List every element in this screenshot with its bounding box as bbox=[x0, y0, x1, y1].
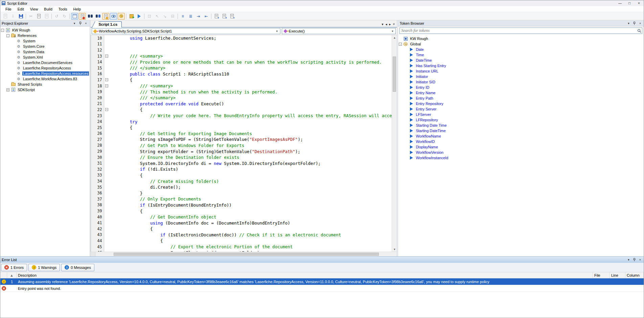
token-item[interactable]: DateTime bbox=[399, 58, 644, 63]
token-item[interactable]: WorkflowVersion bbox=[399, 150, 644, 155]
expander-icon[interactable]: - bbox=[1, 29, 4, 32]
increase-indent-button[interactable]: ⇥ bbox=[195, 13, 202, 20]
code-line[interactable]: 32 if (!di.Exists) bbox=[91, 166, 392, 172]
tree-item[interactable]: +SDKScript bbox=[1, 87, 90, 92]
tree-item[interactable]: ⚙Laserfiche.Workflow.Activities.83 bbox=[1, 76, 90, 82]
vscroll-thumb[interactable] bbox=[393, 57, 396, 92]
collapse-icon[interactable]: − bbox=[105, 78, 108, 81]
vertical-scrollbar[interactable]: ▲ ▼ bbox=[392, 35, 397, 252]
collapse-icon[interactable]: − bbox=[105, 84, 108, 87]
column-header-file[interactable]: File bbox=[593, 272, 610, 278]
close-button[interactable]: × bbox=[634, 0, 644, 6]
comment-lines-button[interactable]: ≡ bbox=[179, 13, 186, 20]
code-line[interactable]: 46 ExportElectronic(doc, exportFolder); bbox=[91, 250, 392, 252]
properties-window-button[interactable] bbox=[71, 13, 78, 20]
menu-view[interactable]: View bbox=[27, 6, 41, 12]
error-filter-error[interactable]: ✕1 Errors bbox=[1, 264, 27, 271]
fold-margin[interactable]: − bbox=[104, 77, 109, 83]
token-item[interactable]: DisplayName bbox=[399, 144, 644, 150]
menu-file[interactable]: File bbox=[2, 6, 15, 12]
tree-item[interactable]: ⚙Laserfiche.RepositoryAccess bbox=[1, 65, 90, 71]
token-item[interactable]: Starting Date Time bbox=[399, 123, 644, 128]
code-line[interactable]: 28 // Get Path to Windows Folder for Exp… bbox=[91, 143, 392, 149]
tree-item[interactable]: ⚙Laserfiche.DocumentServices bbox=[1, 60, 90, 65]
column-header-description[interactable]: Description bbox=[17, 272, 593, 278]
code-line[interactable]: 31 System.IO.DirectoryInfo di = new Syst… bbox=[91, 160, 392, 166]
code-line[interactable]: 17− { bbox=[91, 77, 392, 83]
code-line[interactable]: 20 /// </summary> bbox=[91, 95, 392, 101]
scroll-down-icon[interactable]: ▼ bbox=[392, 247, 397, 252]
code-line[interactable]: 39 { bbox=[91, 208, 392, 214]
code-line[interactable]: 25 { bbox=[91, 125, 392, 131]
horizontal-scrollbar[interactable] bbox=[91, 252, 397, 256]
window-position-icon[interactable]: ▾ bbox=[626, 258, 631, 262]
save-snippet-button[interactable]: ▾ bbox=[213, 13, 220, 20]
window-position-icon[interactable]: ▾ bbox=[626, 21, 631, 25]
code-line[interactable]: 10 using Laserfiche.DocumentServices; bbox=[91, 35, 392, 41]
code-line[interactable]: 38 if (IsEntryDocument(BoundEntryInfo)) bbox=[91, 202, 392, 208]
fold-margin[interactable]: − bbox=[104, 83, 109, 89]
token-group-global[interactable]: -%Global bbox=[399, 41, 644, 47]
find-button[interactable] bbox=[87, 13, 94, 20]
column-header-line[interactable]: Line bbox=[610, 272, 625, 278]
fold-margin[interactable]: − bbox=[104, 53, 109, 59]
copy-button[interactable] bbox=[35, 13, 42, 20]
sort-indicator[interactable]: ▲ bbox=[7, 272, 17, 278]
tree-item[interactable]: ⚙System.Core bbox=[1, 44, 90, 49]
scroll-up-icon[interactable]: ▲ bbox=[392, 35, 397, 40]
expander-icon[interactable]: - bbox=[399, 43, 402, 46]
code-line[interactable]: 23 // Write your code here. The BoundEnt… bbox=[91, 113, 392, 119]
code-line[interactable]: 11 bbox=[91, 41, 392, 47]
tree-item[interactable]: ⚙System.Data bbox=[1, 49, 90, 55]
code-line[interactable]: 21 protected override void Execute() bbox=[91, 101, 392, 107]
code-line[interactable]: 18− /// <summary> bbox=[91, 83, 392, 89]
error-list-button[interactable]: ⬤ bbox=[79, 13, 86, 20]
panel-close-icon[interactable]: × bbox=[84, 21, 88, 25]
maximize-button[interactable]: □ bbox=[625, 0, 634, 6]
tab-menu-icon[interactable]: ▾ bbox=[382, 22, 384, 26]
code-editor[interactable]: 10 using Laserfiche.DocumentServices;111… bbox=[91, 35, 392, 252]
save-button[interactable] bbox=[17, 13, 24, 20]
error-filter-warning[interactable]: !1 Warnings bbox=[28, 264, 60, 271]
code-line[interactable]: 12 bbox=[91, 47, 392, 53]
build-button[interactable] bbox=[128, 13, 135, 20]
tree-item-selected[interactable]: ⚙Laserfiche.RepositoryAccess.resources bbox=[1, 71, 90, 76]
manage-snippets-button[interactable]: ▾ bbox=[228, 13, 235, 20]
token-item[interactable]: Initiator bbox=[399, 74, 644, 79]
code-line[interactable]: 14 /// Provides one or more methods that… bbox=[91, 59, 392, 65]
code-line[interactable]: 36 } bbox=[91, 190, 392, 196]
tree-item[interactable]: ⚙System.Xml bbox=[1, 55, 90, 60]
uncomment-lines-button[interactable]: ≣ bbox=[187, 13, 194, 20]
code-line[interactable]: 45 // Export the electronic Portion of t… bbox=[91, 244, 392, 250]
find-next-button[interactable] bbox=[94, 13, 101, 20]
code-line[interactable]: 24 try bbox=[91, 119, 392, 125]
insert-snippet-button[interactable]: ▾ bbox=[221, 13, 228, 20]
token-item[interactable]: WorkflowName bbox=[399, 133, 644, 139]
code-line[interactable]: 43 if (IsElectronicDocument(doc)) // Che… bbox=[91, 232, 392, 238]
tab-scroll-right-icon[interactable]: ▸ bbox=[389, 22, 391, 26]
code-line[interactable]: 29 String exportFolder = (String)GetToke… bbox=[91, 148, 392, 154]
pin-icon[interactable] bbox=[632, 258, 637, 262]
token-item[interactable]: WorkflowID bbox=[399, 139, 644, 144]
menu-tools[interactable]: Tools bbox=[55, 6, 70, 12]
tree-item[interactable]: -KW Rough bbox=[1, 27, 90, 33]
token-item[interactable]: Has Starting Entry bbox=[399, 63, 644, 68]
token-item[interactable]: Instance URL bbox=[399, 68, 644, 74]
script-browser-button[interactable]: ⬤ bbox=[102, 13, 109, 20]
collapse-icon[interactable]: − bbox=[105, 108, 108, 111]
error-row-selected[interactable]: !1Assuming assembly reference 'Laserfich… bbox=[0, 278, 644, 285]
tree-item[interactable]: -⚙References bbox=[1, 33, 90, 38]
class-dropdown[interactable]: WorkflowActivity.Scripting.SDKScript.Scr… bbox=[92, 28, 280, 34]
panel-close-icon[interactable]: × bbox=[638, 258, 642, 262]
token-item[interactable]: Entry Name bbox=[399, 90, 644, 96]
tab-close-icon[interactable]: × bbox=[393, 22, 395, 26]
code-line[interactable]: 35 di.Create(); bbox=[91, 184, 392, 190]
token-item[interactable]: Date bbox=[399, 47, 644, 52]
fold-margin[interactable]: − bbox=[104, 107, 109, 113]
token-browser-toggle-button[interactable]: % bbox=[118, 13, 125, 20]
decrease-indent-button[interactable]: ⇤ bbox=[203, 13, 210, 20]
code-line[interactable]: 40 // Get DocumentInfo object bbox=[91, 214, 392, 220]
code-line[interactable]: 15 /// </summary> bbox=[91, 65, 392, 71]
minimize-button[interactable]: — bbox=[615, 0, 625, 6]
watch-window-button[interactable] bbox=[110, 13, 117, 20]
